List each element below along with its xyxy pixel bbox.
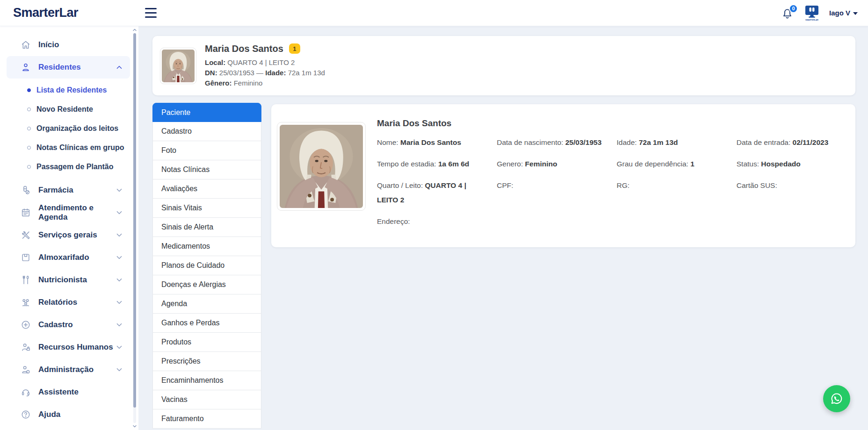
field-label: Grau de dependência: [617, 160, 688, 168]
sidebar-item-label: Administração [38, 365, 94, 374]
field-label: Genero: [497, 160, 523, 168]
sidebar-subitem-lista-de-residentes[interactable]: Lista de Residentes [0, 80, 130, 100]
sidebar-item-servicos-gerais[interactable]: Serviços gerais [7, 224, 130, 246]
field-label: Data de nascimento: [497, 138, 563, 146]
sidebar-item-relatorios[interactable]: Relatórios [7, 291, 130, 314]
sidebar-subitem-novo-residente[interactable]: Novo Residente [0, 100, 130, 119]
sidebar-item-label: Farmácia [38, 186, 73, 195]
field-label: CPF: [497, 181, 513, 189]
sidebar-item-label: Relatórios [38, 298, 77, 307]
scrollbar-thumb[interactable] [133, 33, 136, 408]
headset-icon [21, 387, 31, 397]
patient-photo-large [277, 122, 366, 211]
sidebar-item-residentes[interactable]: Residentes [7, 56, 130, 79]
notifications-button[interactable]: 0 [781, 6, 795, 20]
chevron-up-icon [115, 63, 123, 72]
field-label: Tempo de estadia: [377, 160, 436, 168]
field-genero: Genero: Feminino [497, 157, 603, 171]
field-status: Status: Hospedado [737, 157, 843, 171]
field-value: 25/03/1953 [565, 138, 602, 146]
sidebar-item-assistente[interactable]: Assistente [7, 381, 130, 403]
field-value: 72a 1m 13d [639, 138, 678, 146]
tab-sinais-vitais[interactable]: Sinais Vitais [152, 199, 261, 218]
chevron-down-icon [115, 366, 123, 374]
scroll-down-arrow[interactable] [132, 423, 137, 430]
sidebar-subitem-notas-clinicas-em-grupo[interactable]: Notas Clínicas em grupo [0, 138, 130, 157]
sidebar-item-almoxarifado[interactable]: Almoxarifado [7, 246, 130, 269]
calendar-icon [21, 208, 31, 218]
bullet-icon [27, 88, 31, 92]
user-menu[interactable]: Iago V [829, 9, 858, 17]
tab-doencas-e-alergias[interactable]: Doenças e Alergias [152, 275, 261, 294]
pill-icon [21, 185, 31, 195]
sidebar-item-label: Residentes [38, 63, 81, 72]
menu-toggle-button[interactable] [145, 8, 157, 18]
cutlery-icon [21, 275, 31, 285]
chevron-down-icon [115, 186, 123, 194]
home-icon [21, 40, 31, 50]
sidebar-item-cadastro[interactable]: Cadastro [7, 314, 130, 336]
scroll-up-arrow[interactable] [132, 27, 137, 33]
tab-agenda[interactable]: Agenda [152, 294, 261, 314]
sidebar-item-farmacia[interactable]: Farmácia [7, 179, 130, 201]
notification-count-badge: 0 [789, 4, 798, 13]
tab-sinais-de-alerta[interactable]: Sinais de Alerta [152, 218, 261, 237]
tab-produtos[interactable]: Produtos [152, 333, 261, 352]
tab-avaliacoes[interactable]: Avaliações [152, 179, 261, 199]
sidebar-subitem-passagem-de-plantao[interactable]: Passagem de Plantão [0, 157, 130, 176]
detail-fields-grid: Nome: Maria Dos SantosData de nascimento… [377, 135, 848, 229]
whatsapp-button[interactable] [823, 385, 850, 412]
field-value: Hospedado [761, 160, 800, 168]
field-idade: Idade: 72a 1m 13d [617, 135, 723, 150]
scrollbar-track[interactable] [133, 33, 136, 423]
sidebar-item-label: Ajuda [38, 410, 60, 419]
tab-encaminhamentos[interactable]: Encaminhamentos [152, 371, 261, 390]
patient-name: Maria Dos Santos [205, 43, 283, 54]
field-grau-de-dependencia: Grau de dependência: 1 [617, 157, 723, 171]
field-label: RG: [617, 181, 630, 189]
tab-cadastro[interactable]: Cadastro [152, 122, 261, 141]
topbar: SmarterLar 0 SMARTERLAR [0, 0, 868, 26]
sidebar-item-label: Nutricionista [38, 275, 87, 285]
tab-ganhos-e-perdas[interactable]: Ganhos e Perdas [152, 314, 261, 333]
tab-prescricoes[interactable]: Prescrições [152, 352, 261, 371]
svg-text:SMARTERLAR: SMARTERLAR [805, 18, 818, 21]
sidebar-item-administracao[interactable]: Administração [7, 358, 130, 381]
tab-planos-de-cuidado[interactable]: Planos de Cuidado [152, 256, 261, 275]
plus-circle-icon [21, 320, 31, 330]
patient-summary-info: Maria Dos Santos 1 Local: QUARTO 4 | LEI… [205, 43, 325, 88]
smarterlar-avatar-logo: SMARTERLAR [804, 15, 820, 23]
tab-paciente[interactable]: Paciente [152, 103, 261, 122]
sidebar-item-atendimento-e-agenda[interactable]: Atendimento e Agenda [7, 201, 130, 224]
tab-vacinas[interactable]: Vacinas [152, 390, 261, 409]
user-avatar[interactable]: SMARTERLAR [804, 5, 820, 22]
app-logo[interactable]: SmarterLar [13, 6, 138, 20]
sidebar-item-nutricionista[interactable]: Nutricionista [7, 269, 130, 291]
tab-faturamento[interactable]: Faturamento [152, 409, 261, 429]
sidebar-subitem-label: Organização dos leitos [36, 124, 118, 133]
help-icon [21, 409, 31, 420]
sidebar-item-ajuda[interactable]: Ajuda [7, 403, 130, 426]
sidebar-item-inicio[interactable]: Início [7, 34, 130, 56]
sidebar-item-recursos-humanos[interactable]: Recursos Humanos [7, 336, 130, 358]
tools-icon [21, 230, 31, 240]
sidebar-item-label: Cadastro [38, 320, 73, 330]
sidebar-subitem-label: Lista de Residentes [36, 86, 107, 94]
sidebar-subitem-label: Novo Residente [36, 105, 93, 114]
bullet-icon [27, 108, 31, 111]
tab-medicamentos[interactable]: Medicamentos [152, 237, 261, 256]
tab-foto[interactable]: Foto [152, 141, 261, 160]
field-rg: RG: [617, 178, 723, 207]
reports-icon [21, 297, 31, 308]
person-icon [21, 62, 31, 72]
sidebar-subitem-organizacao-dos-leitos[interactable]: Organização dos leitos [0, 119, 130, 138]
chevron-down-icon [115, 343, 123, 351]
caret-down-icon [853, 12, 858, 15]
dependency-badge: 1 [289, 43, 300, 54]
field-tempo-de-estadia: Tempo de estadia: 1a 6m 6d [377, 157, 484, 171]
field-label: Data de entrada: [737, 138, 790, 146]
tab-notas-clinicas[interactable]: Notas Clínicas [152, 160, 261, 179]
person-lock-icon [21, 342, 31, 352]
topbar-right: 0 SMARTERLAR Iago V [781, 5, 858, 22]
user-name: Iago V [829, 9, 850, 17]
